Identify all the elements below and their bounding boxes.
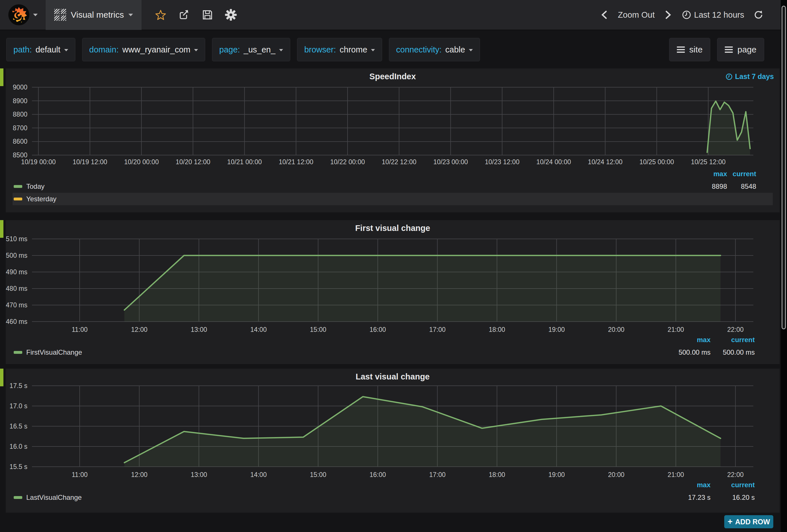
- row-drag-handle[interactable]: [0, 369, 3, 386]
- scrollbar[interactable]: [781, 0, 787, 532]
- x-axis-tick-label: 20:00: [608, 471, 625, 479]
- legend-item[interactable]: LastVisualChange17.23 s16.20 s: [13, 491, 773, 504]
- page-view-button[interactable]: page: [717, 38, 764, 61]
- filter-domain[interactable]: domain: www_ryanair_com: [82, 38, 206, 61]
- share-button[interactable]: [172, 0, 196, 30]
- x-axis-tick-label: 12:00: [131, 471, 148, 479]
- filter-connectivity[interactable]: connectivity: cable: [389, 38, 480, 61]
- x-axis-tick-label: 10/19 00:00: [21, 158, 56, 165]
- x-axis-tick-label: 10/25 00:00: [639, 158, 674, 165]
- legend-column-max[interactable]: max: [697, 481, 710, 489]
- menu-icon: [725, 46, 733, 53]
- legend-swatch-icon: [14, 185, 22, 188]
- filter-browser[interactable]: browser: chrome: [297, 38, 382, 61]
- legend-item[interactable]: FirstVisualChange500.00 ms500.00 ms: [13, 346, 773, 359]
- x-axis-tick-label: 14:00: [250, 326, 267, 333]
- x-axis-tick-label: 22:00: [727, 326, 744, 333]
- star-button[interactable]: [149, 0, 172, 30]
- filter-label: page:: [219, 45, 240, 54]
- legend-series-name: Yesterday: [26, 195, 57, 203]
- gear-icon: [225, 9, 237, 21]
- legend-item[interactable]: Yesterday: [13, 193, 773, 205]
- legend-column-current[interactable]: current: [731, 481, 755, 489]
- dashboard-picker[interactable]: Visual metrics: [46, 0, 142, 30]
- legend-column-current[interactable]: current: [731, 336, 755, 344]
- y-axis-tick-label: 490 ms: [6, 268, 27, 276]
- row-drag-handle[interactable]: [0, 220, 3, 238]
- refresh-button[interactable]: [752, 0, 765, 30]
- panel-first-visual-change: First visual change 510 ms500 ms490 ms48…: [6, 220, 780, 364]
- dashboard-title: Visual metrics: [71, 10, 124, 20]
- x-axis-tick-label: 10/20 12:00: [176, 158, 211, 165]
- x-axis-tick-label: 17:00: [429, 326, 446, 333]
- legend: maxcurrentFirstVisualChange500.00 ms500.…: [6, 335, 780, 359]
- x-axis-tick-label: 21:00: [668, 471, 684, 479]
- save-button[interactable]: [196, 0, 219, 30]
- filter-page[interactable]: page: _us_en_: [212, 38, 290, 61]
- add-row-label: ADD ROW: [735, 518, 770, 526]
- chevron-left-icon: [600, 9, 608, 21]
- grafana-menu-button[interactable]: [0, 0, 46, 30]
- series-area: [707, 101, 750, 155]
- panel-speedindex: SpeedIndex Last 7 days 90008900880087008…: [6, 68, 780, 213]
- x-axis-tick-label: 10/21 12:00: [279, 158, 314, 165]
- site-view-button[interactable]: site: [669, 38, 710, 61]
- time-range-picker[interactable]: Last 12 hours: [682, 10, 744, 20]
- filter-value: chrome: [340, 45, 367, 54]
- time-back-button[interactable]: [598, 0, 610, 30]
- y-axis-tick-label: 8600: [13, 138, 27, 145]
- add-row-button[interactable]: + ADD ROW: [724, 515, 773, 528]
- plus-icon: +: [728, 517, 733, 526]
- legend-max-value: 17.23 s: [688, 493, 710, 502]
- panel-last-visual-change: Last visual change 17.5 s17.0 s16.5 s16.…: [6, 369, 780, 513]
- legend-series-name: LastVisualChange: [26, 493, 82, 502]
- menu-icon: [677, 46, 685, 53]
- row-drag-handle[interactable]: [0, 68, 3, 86]
- legend-column-max[interactable]: max: [697, 336, 710, 344]
- time-forward-button[interactable]: [663, 0, 674, 30]
- legend-header-row: maxcurrent: [13, 481, 773, 491]
- x-axis-tick-label: 11:00: [72, 471, 88, 479]
- scrollbar-thumb[interactable]: [782, 6, 786, 329]
- navbar: Visual metrics: [0, 0, 781, 30]
- legend: maxcurrentToday88988548Yesterday: [6, 169, 780, 205]
- legend-column-max[interactable]: max: [714, 170, 727, 178]
- legend-swatch-icon: [14, 351, 22, 354]
- save-icon: [202, 9, 213, 21]
- y-axis-tick-label: 9000: [13, 84, 27, 91]
- y-axis-tick-label: 500 ms: [6, 252, 27, 259]
- filter-path[interactable]: path: default: [6, 38, 75, 61]
- legend-header-row: maxcurrent: [13, 169, 773, 180]
- filter-label: browser:: [304, 45, 336, 54]
- y-axis-tick-label: 510 ms: [6, 235, 27, 243]
- filter-label: domain:: [89, 45, 119, 54]
- legend: maxcurrentLastVisualChange17.23 s16.20 s: [6, 481, 780, 504]
- dashboard-grid-icon: [54, 9, 66, 21]
- x-axis-tick-label: 10/22 00:00: [330, 158, 365, 165]
- series-area: [124, 256, 721, 322]
- y-axis-tick-label: 16.0 s: [9, 443, 27, 450]
- chevron-down-icon: [128, 14, 133, 16]
- x-axis-tick-label: 15:00: [310, 326, 326, 333]
- template-variables-bar: path: default domain: www_ryanair_com pa…: [0, 31, 781, 68]
- filter-value: default: [36, 45, 61, 54]
- refresh-icon: [753, 10, 764, 20]
- y-axis-tick-label: 8500: [13, 151, 27, 159]
- filter-value: _us_en_: [244, 45, 275, 54]
- legend-column-current[interactable]: current: [732, 170, 756, 178]
- time-controls: Zoom Out Last 12 hours: [598, 0, 781, 30]
- y-axis-tick-label: 17.5 s: [9, 382, 27, 390]
- y-axis-tick-label: 8900: [13, 97, 27, 105]
- legend-item[interactable]: Today88988548: [13, 180, 773, 193]
- legend-current-value: 16.20 s: [732, 493, 755, 502]
- legend-max-value: 500.00 ms: [679, 348, 710, 356]
- x-axis-tick-label: 11:00: [72, 326, 88, 333]
- zoom-out-button[interactable]: Zoom Out: [618, 10, 655, 20]
- chevron-down-icon: [64, 49, 68, 51]
- filter-label: path:: [14, 45, 32, 54]
- x-axis-tick-label: 10/19 12:00: [72, 158, 107, 165]
- legend-series-name: Today: [26, 182, 44, 191]
- y-axis-tick-label: 480 ms: [6, 285, 27, 292]
- legend-swatch-icon: [14, 198, 22, 200]
- settings-button[interactable]: [219, 0, 242, 30]
